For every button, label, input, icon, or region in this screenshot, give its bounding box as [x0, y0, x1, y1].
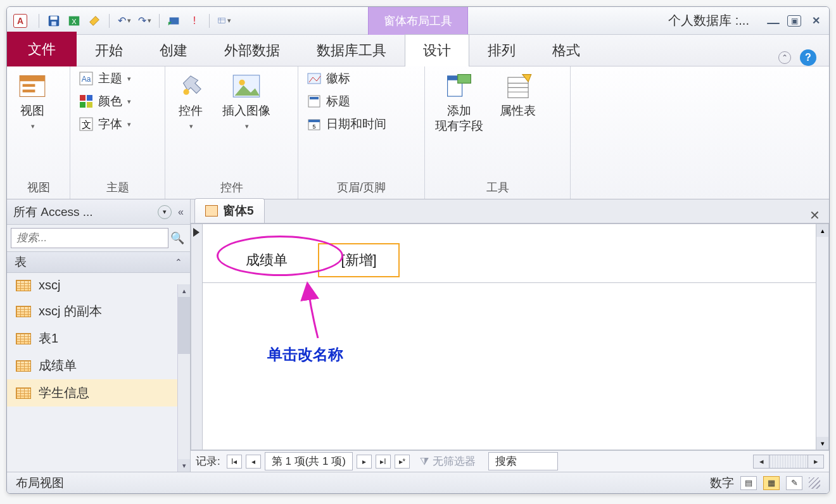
record-selector[interactable]: [191, 224, 203, 450]
add-fields-label: 添加现有字段: [435, 103, 483, 134]
datetime-button[interactable]: 5日期和时间: [306, 116, 386, 132]
alert-icon[interactable]: !: [187, 14, 201, 28]
calendar-icon: 5: [306, 117, 322, 132]
controls-button[interactable]: 控件▾: [173, 70, 208, 133]
collapse-group-icon[interactable]: ⌃: [175, 257, 182, 267]
tab-design[interactable]: 设计: [405, 34, 469, 66]
layout-view-button[interactable]: ▦: [763, 476, 780, 490]
close-button[interactable]: ✕: [809, 15, 823, 27]
view-icon: [17, 73, 48, 99]
title-button[interactable]: 标题: [306, 93, 386, 110]
help-icon[interactable]: ?: [800, 49, 816, 66]
table-icon: [16, 387, 31, 399]
scroll-right-icon[interactable]: ▸: [808, 455, 824, 469]
theme-button[interactable]: Aa主题▾: [78, 70, 131, 87]
form-view-button[interactable]: ▤: [740, 476, 757, 490]
close-document-icon[interactable]: ✕: [809, 208, 820, 223]
svg-rect-1: [51, 16, 58, 20]
format-painter-icon[interactable]: [87, 14, 101, 28]
search-input[interactable]: [11, 228, 168, 248]
prev-record-button[interactable]: ◂: [246, 455, 261, 469]
color-label: 颜色: [98, 93, 122, 110]
scroll-up-icon[interactable]: ▴: [178, 284, 190, 297]
group-label-headerfooter: 页眉/页脚: [306, 176, 417, 199]
ribbon-group-tools: 添加现有字段 属性表 工具: [425, 66, 571, 199]
scroll-down-icon[interactable]: ▾: [178, 459, 190, 472]
next-record-button[interactable]: ▸: [357, 455, 372, 469]
tab-arrange[interactable]: 排列: [469, 34, 534, 66]
document-tab-label: 窗体5: [223, 203, 254, 219]
horizontal-scrollbar[interactable]: ◂ ▸: [753, 455, 824, 469]
tab-page-1[interactable]: 成绩单: [223, 243, 310, 277]
font-button[interactable]: 文字体▾: [78, 116, 131, 132]
window-controls: ▣ ✕: [767, 15, 823, 27]
view-button[interactable]: 视图 ▾: [15, 70, 50, 133]
first-record-button[interactable]: I◂: [227, 455, 242, 469]
navpane-title: 所有 Access ...: [13, 204, 93, 220]
add-fields-button[interactable]: 添加现有字段: [433, 70, 486, 136]
navpane-dropdown-icon[interactable]: ▾: [158, 205, 172, 219]
svg-rect-32: [458, 75, 471, 84]
logo-button[interactable]: 徽标: [306, 70, 386, 87]
save-icon[interactable]: [47, 14, 61, 28]
tab-database-tools[interactable]: 数据库工具: [298, 34, 405, 66]
tab-home[interactable]: 开始: [77, 34, 141, 66]
scroll-up-icon[interactable]: ▴: [816, 224, 828, 237]
logo-label: 徽标: [326, 70, 350, 87]
sync-icon[interactable]: [167, 14, 181, 28]
filter-icon: ⧩: [420, 455, 429, 468]
tab-external-data[interactable]: 外部数据: [206, 34, 298, 66]
search-icon[interactable]: 🔍: [168, 229, 186, 247]
table-item[interactable]: 成绩单: [7, 352, 190, 379]
record-search-input[interactable]: 搜索: [488, 452, 558, 470]
tab-file[interactable]: 文件: [7, 32, 77, 66]
status-bar: 布局视图 数字 ▤ ▦ ✎: [7, 472, 829, 493]
table-item[interactable]: xscj: [7, 273, 190, 298]
property-sheet-button[interactable]: 属性表: [497, 70, 538, 121]
maximize-button[interactable]: ▣: [787, 15, 801, 27]
redo-icon[interactable]: ↷▾: [137, 14, 151, 28]
new-record-button[interactable]: ▸*: [395, 455, 410, 469]
color-icon: [78, 94, 94, 109]
datetime-label: 日期和时间: [326, 116, 386, 132]
scroll-down-icon[interactable]: ▾: [816, 437, 828, 450]
status-numlock: 数字: [710, 475, 734, 491]
canvas-vscrollbar[interactable]: ▴ ▾: [816, 224, 828, 450]
insert-image-button[interactable]: 插入图像▾: [220, 70, 273, 133]
minimize-button[interactable]: [767, 23, 780, 24]
table-item[interactable]: xscj 的副本: [7, 298, 190, 325]
navpane-search: 🔍: [7, 225, 190, 251]
ribbon-collapse-icon[interactable]: ⌃: [778, 51, 791, 64]
record-position[interactable]: 第 1 项(共 1 项): [265, 452, 353, 470]
excel-export-icon[interactable]: X: [67, 14, 81, 28]
record-navigation: 记录: I◂ ◂ 第 1 项(共 1 项) ▸ ▸I ▸* ⧩无筛选器 搜索 ◂…: [191, 450, 829, 472]
navpane-scrollbar[interactable]: ▴ ▾: [177, 284, 190, 472]
design-view-button[interactable]: ✎: [786, 476, 802, 490]
table-item[interactable]: 表1: [7, 325, 190, 352]
navpane-header[interactable]: 所有 Access ... ▾ «: [7, 199, 190, 225]
tab-create[interactable]: 创建: [141, 34, 206, 66]
last-record-button[interactable]: ▸I: [376, 455, 391, 469]
scroll-left-icon[interactable]: ◂: [753, 455, 770, 469]
form-canvas[interactable]: 成绩单 [新增] 单击改名称 ▴ ▾: [191, 224, 829, 450]
logo-icon: [306, 71, 322, 86]
document-tab[interactable]: 窗体5: [194, 198, 265, 223]
tab-page-new[interactable]: [新增]: [318, 243, 399, 277]
color-button[interactable]: 颜色▾: [78, 93, 131, 110]
image-icon: [231, 73, 262, 99]
svg-rect-28: [308, 120, 320, 122]
filter-status[interactable]: ⧩无筛选器: [420, 454, 476, 469]
title-label: 标题: [326, 93, 350, 110]
tab-format[interactable]: 格式: [534, 34, 598, 66]
navpane-collapse-icon[interactable]: «: [178, 206, 184, 218]
resize-grip-icon[interactable]: [809, 477, 820, 489]
navpane-group-tables[interactable]: 表 ⌃: [7, 251, 190, 273]
table-dropdown-icon[interactable]: ▾: [217, 14, 231, 28]
table-item[interactable]: 学生信息: [7, 379, 190, 406]
view-button-label: 视图: [20, 103, 44, 118]
undo-icon[interactable]: ↶▾: [117, 14, 131, 28]
scroll-thumb[interactable]: [178, 297, 190, 354]
font-icon: 文: [78, 117, 94, 132]
font-label: 字体: [98, 116, 122, 132]
scroll-track[interactable]: [770, 455, 808, 469]
